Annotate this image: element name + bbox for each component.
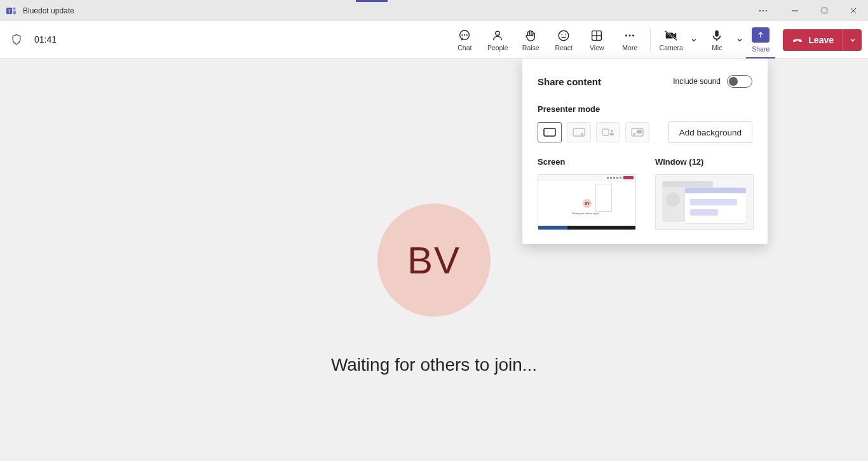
mic-button[interactable]: Mic — [700, 22, 733, 58]
svg-point-1 — [13, 7, 16, 10]
participant-avatar: BV — [377, 203, 491, 317]
chat-button[interactable]: Chat — [448, 22, 481, 58]
leave-options-chevron[interactable] — [843, 29, 862, 51]
mic-label: Mic — [712, 44, 722, 52]
svg-point-38 — [633, 133, 635, 135]
add-background-button[interactable]: Add background — [668, 121, 752, 143]
camera-options-chevron[interactable] — [688, 22, 700, 58]
share-label: Share — [752, 45, 770, 53]
svg-point-5 — [763, 10, 764, 11]
svg-point-4 — [759, 10, 761, 11]
close-button[interactable] — [839, 0, 868, 21]
more-icon — [623, 29, 637, 43]
raise-label: Raise — [522, 44, 539, 52]
camera-label: Camera — [660, 44, 683, 52]
presenter-mode-title: Presenter mode — [538, 104, 752, 114]
thumb-avatar-initials: BV — [583, 199, 592, 208]
phone-hangup-icon — [792, 34, 803, 46]
react-icon — [557, 29, 571, 43]
svg-rect-35 — [610, 133, 614, 135]
chat-icon — [458, 29, 471, 43]
svg-rect-8 — [822, 8, 827, 13]
include-sound-toggle[interactable] — [727, 75, 752, 88]
svg-rect-33 — [602, 129, 609, 135]
tab-indicator — [356, 0, 388, 2]
svg-point-23 — [629, 34, 631, 36]
view-icon — [590, 29, 604, 43]
window-share-thumbnail[interactable] — [655, 174, 754, 230]
add-background-label: Add background — [679, 128, 742, 137]
svg-text:T: T — [8, 8, 11, 13]
svg-rect-27 — [715, 30, 719, 36]
include-sound-label: Include sound — [673, 77, 721, 86]
more-window-options[interactable] — [759, 6, 768, 15]
maximize-button[interactable] — [810, 0, 839, 21]
presenter-mode-side-by-side[interactable] — [596, 122, 620, 142]
share-panel-title: Share content — [538, 76, 601, 87]
window-title: Bluedot update — [23, 6, 74, 15]
presenter-mode-reporter[interactable] — [625, 122, 649, 142]
more-button[interactable]: More — [613, 22, 646, 58]
mic-icon — [710, 29, 724, 43]
presenter-mode-standout[interactable] — [567, 122, 591, 142]
leave-button[interactable]: Leave — [783, 29, 843, 51]
chat-label: Chat — [458, 44, 471, 52]
svg-point-34 — [611, 130, 613, 132]
share-icon — [752, 27, 770, 43]
camera-button[interactable]: Camera — [654, 22, 688, 58]
svg-point-18 — [565, 34, 566, 34]
toolbar-separator — [650, 28, 651, 52]
people-label: People — [487, 44, 508, 52]
svg-point-22 — [625, 34, 627, 36]
svg-point-15 — [496, 31, 499, 35]
waiting-text: Waiting for others to join... — [331, 355, 537, 375]
minimize-button[interactable] — [780, 0, 810, 21]
raise-hand-button[interactable]: Raise — [514, 22, 547, 58]
teams-app-icon: T — [6, 6, 17, 16]
svg-point-16 — [559, 31, 569, 41]
svg-point-6 — [766, 10, 767, 11]
screen-section-title: Screen — [538, 157, 636, 167]
presenter-mode-content-only[interactable] — [538, 122, 562, 142]
leave-label: Leave — [808, 35, 834, 45]
react-button[interactable]: React — [547, 22, 580, 58]
svg-rect-2 — [13, 10, 17, 14]
screen-share-thumbnail[interactable]: BV Waiting for others to join... — [538, 174, 636, 230]
share-button[interactable]: Share — [746, 22, 775, 58]
more-label: More — [622, 44, 637, 52]
meeting-toolbar: 01:41 Chat People Raise React — [0, 21, 868, 58]
people-icon — [491, 29, 505, 43]
view-label: View — [590, 44, 604, 52]
svg-rect-30 — [544, 128, 555, 136]
call-timer: 01:41 — [34, 34, 57, 45]
window-section-title: Window (12) — [655, 157, 754, 167]
camera-off-icon — [664, 29, 678, 43]
svg-point-24 — [632, 34, 634, 36]
react-label: React — [555, 44, 573, 52]
avatar-initials: BV — [407, 238, 461, 282]
svg-rect-37 — [637, 130, 642, 134]
toggle-knob — [729, 77, 738, 86]
window-controls — [759, 0, 868, 21]
share-content-panel: Share content Include sound Presenter mo… — [522, 58, 768, 244]
raise-hand-icon — [524, 29, 538, 43]
people-button[interactable]: People — [481, 22, 514, 58]
thumb-waiting-text: Waiting for others to join... — [538, 212, 635, 215]
svg-point-32 — [581, 133, 583, 135]
view-button[interactable]: View — [580, 22, 613, 58]
shield-icon[interactable] — [10, 33, 23, 46]
mic-options-chevron[interactable] — [733, 22, 746, 58]
svg-point-17 — [562, 34, 562, 34]
titlebar: T Bluedot update — [0, 0, 868, 21]
